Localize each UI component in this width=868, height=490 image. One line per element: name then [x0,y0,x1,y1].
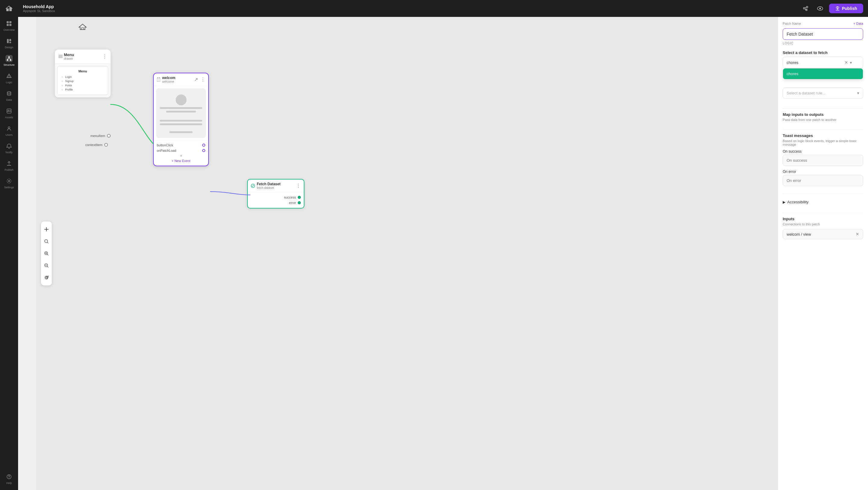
on-error-label: On error [783,170,863,174]
dataset-dropdown: chores [783,68,863,79]
fetch-card-body: success error [248,192,304,208]
sidebar-item-structure[interactable]: Structure [0,52,18,69]
success-label: success [284,196,296,199]
svg-rect-21 [7,165,11,166]
clear-dataset-button[interactable]: ✕ [844,60,848,65]
mini-toolbar [41,222,52,285]
fetch-card[interactable]: Fetch Dataset fetch dataset ⋮ success er… [247,179,304,208]
menu-card-label: Menu drawer [64,53,74,60]
contextitem-dot[interactable] [104,143,108,147]
on-patch-load-row: onPatchLoad [157,148,205,153]
sidebar-logo[interactable] [0,0,18,17]
welcome-phone-preview [156,88,206,138]
sidebar-item-users[interactable]: Users [0,122,18,139]
sidebar-item-publish[interactable]: Publish [0,157,18,174]
sidebar-label-publish: Publish [4,168,13,171]
logic-icon [5,73,13,80]
sidebar-item-help[interactable]: Help [5,470,13,488]
on-error-input[interactable] [783,175,863,186]
contextitem-label: contextItem [85,143,102,147]
sidebar-item-settings[interactable]: Settings [0,174,18,192]
preview-button[interactable] [815,3,826,14]
error-dot[interactable] [298,201,301,204]
map-inputs-sub: Pass data from one patch to another [783,118,863,122]
add-button[interactable] [41,224,52,235]
share-button[interactable] [800,3,811,14]
nav-item-posts: ☆ Posts [60,83,105,87]
svg-point-26 [819,8,821,9]
fetch-more-icon[interactable]: ⋮ [296,183,301,189]
menuitem-node-area: menuItem [90,134,111,138]
welcome-card-title: welcom [162,76,176,80]
sidebar-publish-icon [5,160,13,167]
menu-card-more[interactable]: ⋮ [102,54,107,59]
settings-icon [5,177,13,185]
svg-line-13 [9,58,10,59]
svg-rect-6 [7,39,9,43]
users-icon [5,125,13,132]
chores-option-label: chores [786,71,798,76]
welcome-avatar [176,94,187,105]
toast-sub: Based on logic block events, trigger a s… [783,139,863,146]
sidebar-label-assets: Assets [5,116,13,119]
welcome-expand-icon[interactable]: ↗ [194,77,198,82]
svg-rect-28 [82,28,84,30]
on-success-input[interactable] [783,155,863,166]
svg-rect-27 [836,10,839,10]
svg-rect-8 [9,42,11,43]
sidebar-item-logic[interactable]: Logic [0,69,18,87]
data-icon [5,90,13,97]
zoom-in-button[interactable] [41,248,52,259]
zoom-out-button[interactable] [41,260,52,271]
sidebar-label-data: Data [6,98,12,102]
menuitem-label: menuItem [90,134,105,138]
dataset-rule-spacer: Select a dataset rule... ▾ [783,87,863,105]
select-dataset-title: Select a dataset to fetch [783,50,863,55]
nav-item-profile: ☆ Profile [60,87,105,92]
refresh-button[interactable] [41,272,52,283]
svg-rect-3 [9,21,11,23]
welcome-more-icon[interactable]: ⋮ [200,77,205,82]
welcome-card-subtitle: welcome [162,80,176,83]
dataset-rule-select[interactable]: Select a dataset rule... ▾ [783,87,863,99]
patch-name-input[interactable] [783,28,863,40]
accessibility-label: Accessibility [787,200,809,204]
button-click-dot[interactable] [202,144,205,147]
dataset-select-input[interactable]: chores ✕ ▾ [783,57,863,68]
canvas-home-icon [79,23,87,32]
sidebar-item-notify[interactable]: Notify [0,139,18,157]
sidebar-item-design[interactable]: Design [0,34,18,52]
divider-4 [783,213,863,213]
design-icon [5,37,13,45]
dataset-selected-value: chores [786,60,798,65]
publish-button[interactable]: Publish [829,4,863,13]
search-button[interactable] [41,236,52,247]
sidebar-item-data[interactable]: Data [0,87,18,105]
svg-rect-29 [59,55,63,56]
sidebar-item-assets[interactable]: Assets [0,105,18,122]
menuitem-dot[interactable] [107,134,111,138]
menu-card[interactable]: Menu drawer ⋮ Menu ☆ Login ☆ Signup ☆ Po… [55,50,111,97]
nav-item-login: ☆ Login [60,75,105,79]
sidebar-label-notify: Notify [5,151,12,154]
welcome-card[interactable]: welcom welcome ↗ ⋮ [153,73,209,166]
divider-2 [783,129,863,130]
canvas-area[interactable]: Menu drawer ⋮ Menu ☆ Login ☆ Signup ☆ Po… [36,17,778,490]
error-label: error [289,201,296,205]
accessibility-row[interactable]: ▶ Accessibility [783,197,863,207]
assets-icon [5,108,13,115]
fetch-card-title: Fetch Dataset [257,182,281,186]
svg-point-20 [8,127,10,128]
on-success-label: On success [783,149,863,153]
dataset-option-chores[interactable]: chores [783,68,863,79]
new-event-button[interactable]: + New Event [157,158,205,164]
svg-point-11 [10,59,11,61]
add-data-button[interactable]: + Data [853,22,863,25]
fetch-card-subtitle: fetch dataset [257,186,281,190]
on-patch-load-dot[interactable] [202,149,205,152]
remove-input-button[interactable]: ✕ [856,232,859,236]
success-dot[interactable] [298,196,301,199]
sidebar-item-overview[interactable]: Overview [0,17,18,34]
app-name: Household App [23,4,797,9]
fetch-card-header: Fetch Dataset fetch dataset ⋮ [248,179,304,192]
